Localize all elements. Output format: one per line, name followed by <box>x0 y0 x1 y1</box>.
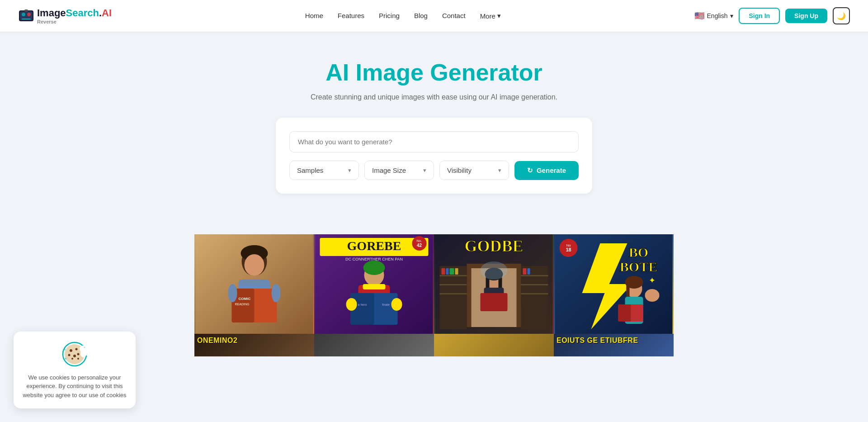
svg-rect-46 <box>440 275 467 276</box>
svg-point-84 <box>62 353 64 355</box>
image-size-dropdown[interactable]: Image Size ▾ <box>364 161 434 180</box>
cookie-icon <box>61 341 88 368</box>
svg-point-2 <box>22 13 25 16</box>
svg-text:18: 18 <box>566 247 571 252</box>
chevron-down-icon: ▾ <box>498 167 501 174</box>
nav-features[interactable]: Features <box>338 12 364 19</box>
svg-rect-54 <box>450 268 454 275</box>
svg-text:No.: No. <box>416 239 422 243</box>
svg-rect-49 <box>521 275 548 276</box>
language-selector[interactable]: 🇺🇸 English ▾ <box>694 11 734 21</box>
logo-icon <box>18 8 34 24</box>
nav-pricing[interactable]: Pricing <box>379 12 400 19</box>
svg-rect-52 <box>442 268 445 275</box>
svg-point-76 <box>70 349 72 352</box>
svg-point-15 <box>228 284 237 302</box>
svg-point-80 <box>77 353 80 355</box>
signin-button[interactable]: Sign In <box>739 8 780 24</box>
nav-home[interactable]: Home <box>305 12 323 19</box>
gallery-item-r2-2[interactable] <box>314 334 434 356</box>
hero-subtitle: Create stunning and unique images with e… <box>9 93 859 101</box>
svg-point-22 <box>363 261 385 275</box>
nav-contact[interactable]: Contact <box>442 12 466 19</box>
cookie-text: We use cookies to personalize your exper… <box>23 373 127 400</box>
svg-point-78 <box>68 354 71 356</box>
gallery-row2: ONEMINO2 EOIUTS GE ETIUBFRE <box>194 334 674 356</box>
gallery-item-r2-3[interactable] <box>434 334 554 356</box>
svg-rect-73 <box>618 304 631 322</box>
chevron-down-icon: ▾ <box>423 167 426 174</box>
svg-text:GODBE: GODBE <box>464 237 523 255</box>
svg-text:COMIC: COMIC <box>239 297 251 301</box>
svg-point-83 <box>64 349 66 351</box>
svg-point-82 <box>77 358 79 360</box>
svg-point-86 <box>84 346 85 348</box>
nav-links: Home Features Pricing Blog Contact More … <box>305 12 501 20</box>
generate-button[interactable]: ↻ Generate <box>514 161 579 180</box>
svg-rect-57 <box>528 268 530 275</box>
svg-text:READING: READING <box>235 303 250 306</box>
cookie-banner: We use cookies to personalize your exper… <box>14 332 136 409</box>
svg-rect-50 <box>521 284 548 285</box>
svg-point-58 <box>481 261 508 280</box>
svg-point-29 <box>346 298 357 311</box>
svg-rect-24 <box>363 284 386 289</box>
logo[interactable]: ImageSearch.AI Reverse <box>18 7 112 24</box>
cookie-svg <box>61 341 88 368</box>
gallery-item-r2-4[interactable]: EOIUTS GE ETIUBFRE <box>554 334 674 356</box>
gallery-item-r2-1[interactable]: ONEMINO2 <box>194 334 314 356</box>
nav-blog[interactable]: Blog <box>414 12 428 19</box>
svg-text:BO: BO <box>629 245 648 260</box>
image-size-label: Image Size <box>372 166 406 174</box>
gallery-item-4[interactable]: No 18 BO BOTE ✦ <box>554 234 674 334</box>
svg-text:finale: finale <box>382 303 390 306</box>
svg-rect-53 <box>446 268 449 275</box>
chevron-down-icon: ▾ <box>497 12 501 20</box>
svg-rect-51 <box>521 293 548 294</box>
svg-point-9 <box>245 254 264 276</box>
moon-icon: 🌙 <box>837 12 846 20</box>
generator-card: Samples ▾ Image Size ▾ Visibility ▾ ↻ Ge… <box>276 118 592 194</box>
nav-more[interactable]: More ▾ <box>480 12 501 20</box>
svg-rect-56 <box>523 268 527 275</box>
svg-point-16 <box>272 284 281 302</box>
hero-section: AI Image Generator Create stunning and u… <box>0 32 868 234</box>
gallery-item-2[interactable]: GOREBE DC CONNERTHER CHEN PAN a hero fin… <box>314 234 434 334</box>
gallery-item-3[interactable]: GODBE <box>434 234 554 334</box>
svg-point-70 <box>645 289 660 302</box>
gallery-text-r2-4: EOIUTS GE ETIUBFRE <box>557 337 638 345</box>
svg-text:BOTE: BOTE <box>620 259 657 274</box>
refresh-icon: ↻ <box>527 166 533 175</box>
samples-dropdown[interactable]: Samples ▾ <box>289 161 359 180</box>
svg-text:✦: ✦ <box>649 276 656 285</box>
svg-point-81 <box>71 358 73 360</box>
svg-text:42: 42 <box>417 243 422 248</box>
svg-rect-55 <box>455 268 458 275</box>
flag-icon: 🇺🇸 <box>694 11 704 21</box>
samples-label: Samples <box>297 166 323 174</box>
visibility-dropdown[interactable]: Visibility ▾ <box>439 161 509 180</box>
visibility-label: Visibility <box>447 166 472 174</box>
svg-text:a hero: a hero <box>358 303 367 306</box>
svg-point-79 <box>73 355 76 357</box>
nav-right: 🇺🇸 English ▾ Sign In Sign Up 🌙 <box>694 7 850 24</box>
logo-text: ImageSearch.AI Reverse <box>37 7 112 24</box>
svg-point-30 <box>392 298 402 311</box>
svg-point-87 <box>85 356 87 357</box>
gallery-text-r2-1: ONEMINO2 <box>197 337 237 345</box>
darkmode-button[interactable]: 🌙 <box>833 7 850 24</box>
language-label: English <box>707 12 728 19</box>
svg-point-85 <box>65 358 66 360</box>
svg-rect-43 <box>481 293 508 311</box>
controls-row: Samples ▾ Image Size ▾ Visibility ▾ ↻ Ge… <box>289 161 579 180</box>
hero-title: AI Image Generator <box>9 59 859 86</box>
svg-point-3 <box>27 13 31 16</box>
gallery-item-1[interactable]: COMIC READING <box>194 234 314 334</box>
svg-rect-48 <box>440 293 467 294</box>
navbar: ImageSearch.AI Reverse Home Features Pri… <box>0 0 868 32</box>
chevron-down-icon: ▾ <box>348 167 351 174</box>
signup-button[interactable]: Sign Up <box>785 9 827 23</box>
prompt-input[interactable] <box>289 131 579 152</box>
svg-rect-47 <box>440 284 467 285</box>
chevron-down-icon: ▾ <box>730 12 733 19</box>
